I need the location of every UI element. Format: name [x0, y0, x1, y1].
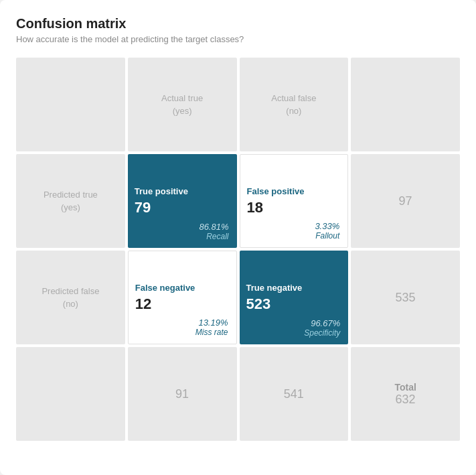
actual-true-line2: (yes): [161, 105, 203, 118]
matrix-grid: Actual true (yes) Actual false (no) Pred…: [16, 58, 460, 441]
empty-topleft: [16, 58, 125, 151]
false-positive-stats: 3.33% Fallout: [315, 221, 339, 241]
true-negative-stats: 96.67% Specificity: [304, 318, 340, 338]
true-negative-label: True negative: [246, 283, 303, 293]
chart-subtitle: How accurate is the model at predicting …: [16, 34, 460, 44]
row2-total-value: 97: [399, 194, 412, 208]
chart-title: Confusion matrix: [16, 16, 460, 31]
grand-total-cell: Total 632: [351, 347, 460, 441]
true-negative-pct: 96.67%: [304, 318, 340, 328]
false-negative-label: False negative: [135, 283, 195, 293]
col1-total-cell: 91: [128, 347, 237, 441]
actual-false-line2: (no): [271, 105, 316, 118]
false-negative-pct-label: Miss rate: [195, 328, 228, 337]
predicted-true-line2: (yes): [44, 201, 98, 214]
true-negative-cell: True negative 523 96.67% Specificity: [240, 251, 349, 344]
empty-bottomleft: [16, 347, 125, 441]
row3-total-cell: 535: [351, 251, 460, 344]
actual-true-line1: Actual true: [161, 92, 203, 105]
grand-total-value: 632: [396, 393, 416, 407]
false-negative-value: 12: [135, 295, 151, 313]
predicted-true-line1: Predicted true: [44, 188, 98, 202]
col2-total-cell: 541: [240, 347, 349, 441]
true-positive-cell: True positive 79 86.81% Recall: [128, 154, 237, 248]
true-positive-value: 79: [135, 199, 151, 216]
true-negative-value: 523: [246, 295, 271, 313]
false-negative-pct: 13.19%: [195, 318, 228, 328]
false-positive-label: False positive: [247, 186, 305, 196]
empty-topright: [351, 58, 460, 151]
col1-total-value: 91: [175, 387, 189, 401]
false-negative-cell: False negative 12 13.19% Miss rate: [128, 251, 237, 344]
false-positive-pct-label: Fallout: [315, 231, 339, 241]
grand-total-label: Total: [394, 382, 416, 393]
predicted-false-line2: (no): [42, 297, 99, 311]
true-positive-pct: 86.81%: [199, 222, 228, 232]
confusion-matrix-card: Confusion matrix How accurate is the mod…: [0, 0, 476, 475]
false-positive-cell: False positive 18 3.33% Fallout: [240, 154, 349, 248]
true-negative-pct-label: Specificity: [304, 328, 340, 338]
true-positive-label: True positive: [135, 186, 188, 196]
predicted-false-line1: Predicted false: [42, 285, 99, 298]
predicted-true-header: Predicted true (yes): [16, 154, 125, 248]
row2-total-cell: 97: [351, 154, 460, 248]
col2-total-value: 541: [284, 387, 304, 401]
actual-false-header: Actual false (no): [240, 58, 349, 151]
actual-false-line1: Actual false: [271, 92, 316, 105]
predicted-false-header: Predicted false (no): [16, 251, 125, 344]
true-positive-pct-label: Recall: [199, 232, 228, 241]
actual-true-header: Actual true (yes): [128, 58, 237, 151]
false-positive-pct: 3.33%: [315, 221, 339, 231]
false-positive-value: 18: [247, 199, 263, 216]
false-negative-stats: 13.19% Miss rate: [195, 318, 228, 337]
row3-total-value: 535: [396, 291, 416, 305]
true-positive-stats: 86.81% Recall: [199, 222, 228, 241]
